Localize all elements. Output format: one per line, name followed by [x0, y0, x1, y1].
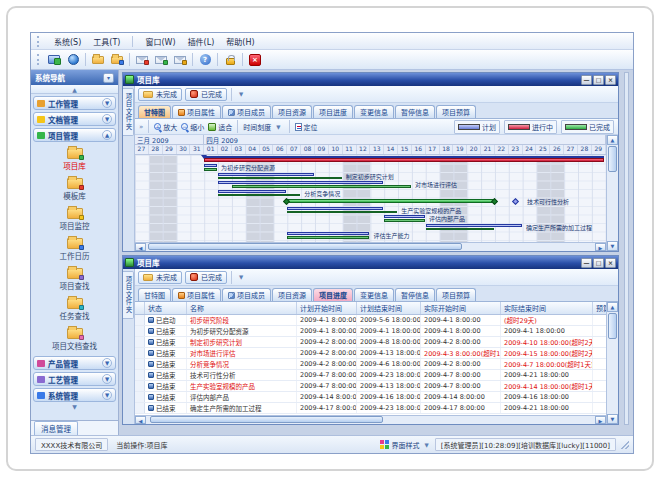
vscroll-thumb[interactable] [608, 146, 617, 172]
table-row[interactable]: 已启动初步研究阶段2009-4-1 8:00:002009-5-6 18:00:… [135, 315, 606, 326]
scroll-down-arrow[interactable]: ▼ [607, 241, 618, 251]
gantt-window-titlebar[interactable]: 项目库 —□× [123, 73, 618, 86]
table-row[interactable]: 已结束为初步研究分配资源2009-4-1 8:00:002009-4-1 18:… [135, 326, 606, 337]
sidebar-item-项目库[interactable]: 项目库 [33, 144, 116, 174]
menu-item-4[interactable]: 插件(L) [188, 36, 215, 47]
workspace-splitter[interactable] [624, 72, 629, 425]
toolbar-button-mail-report-3[interactable] [172, 52, 188, 67]
scroll-left-arrow[interactable]: ◀ [135, 416, 146, 424]
table-row[interactable]: 已结束技术可行性分析2009-4-7 8:00:002009-4-23 18:0… [135, 370, 606, 381]
table-row[interactable]: 已结束分析竞争情况2009-4-2 8:00:002009-4-6 18:00:… [135, 359, 606, 370]
toolbar-button-folder-open[interactable] [90, 52, 106, 67]
filter-button-已完成[interactable]: 已完成 [185, 88, 227, 101]
tab-project-folder[interactable]: 项目文件夹 [123, 271, 134, 319]
zoom-out-button[interactable]: −缩小 [181, 122, 204, 132]
sidebar-group-项目管理[interactable]: 项目管理▲ [33, 128, 116, 142]
tab-暂停信息[interactable]: 暂停信息 [395, 105, 435, 118]
sidebar-item-任务查找[interactable]: 任务查找 [33, 294, 116, 324]
tab-项目预算[interactable]: 项目预算 [436, 288, 476, 301]
minimize-button[interactable]: — [581, 75, 592, 85]
toolbar-button-exit[interactable]: × [247, 52, 263, 67]
sidebar-group-系统管理[interactable]: 系统管理▼ [33, 388, 116, 402]
toolbar-drag-handle[interactable] [37, 54, 40, 65]
tab-项目进度[interactable]: 项目进度 [313, 288, 353, 301]
chevron-up-icon[interactable]: ▲ [102, 130, 112, 140]
zoom-in-button[interactable]: +放大 [154, 122, 177, 132]
column-header-计划结束时间[interactable]: 计划结束时间 [357, 302, 421, 314]
scroll-up-arrow[interactable]: ▲ [607, 302, 618, 312]
menu-drag-handle[interactable] [37, 36, 40, 47]
tab-暂停信息[interactable]: 暂停信息 [395, 288, 435, 301]
scroll-left-arrow[interactable]: ◀ [135, 243, 146, 251]
filter-button-未完成[interactable]: 未完成 [138, 88, 182, 101]
filter-button-未完成[interactable]: 未完成 [138, 271, 182, 284]
tab-项目成员[interactable]: 项目成员 [222, 288, 271, 301]
sidebar-scroll-down-button[interactable]: ▼ [33, 404, 116, 411]
filter-button-已完成[interactable]: 已完成 [185, 271, 227, 284]
close-button[interactable]: × [605, 75, 616, 85]
tab-项目属性[interactable]: 项目属性 [172, 288, 221, 301]
minimize-button[interactable]: — [581, 258, 592, 268]
sidebar-collapse-button[interactable]: ▾ [103, 73, 114, 83]
column-header-状态[interactable]: 状态 [145, 302, 187, 314]
chevron-down-icon[interactable]: ▼ [102, 114, 112, 124]
maximize-button[interactable]: □ [593, 75, 604, 85]
scroll-down-arrow[interactable]: ▼ [607, 414, 618, 424]
tab-项目资源[interactable]: 项目资源 [272, 288, 312, 301]
scroll-right-arrow[interactable]: ▶ [595, 243, 606, 251]
toolbar-button-help[interactable]: ? [197, 52, 213, 67]
sidebar-group-工艺管理[interactable]: 工艺管理▼ [33, 372, 116, 386]
sidebar-item-项目监控[interactable]: 项目监控 [33, 204, 116, 234]
column-header-计划开始时间[interactable]: 计划开始时间 [297, 302, 357, 314]
menu-item-3[interactable]: 窗口(W) [145, 36, 175, 47]
scroll-up-arrow[interactable]: ▲ [607, 135, 618, 145]
resize-grip[interactable] [621, 441, 629, 449]
tab-项目进度[interactable]: 项目进度 [313, 105, 353, 118]
toolbar-button-globe[interactable] [65, 52, 81, 67]
tab-甘特图[interactable]: 甘特图 [138, 288, 171, 301]
toolbar-button-mail-report-2[interactable] [153, 52, 169, 67]
menu-item-1[interactable]: 系统(S) [54, 36, 81, 47]
table-row[interactable]: 已结束制定初步研究计划2009-4-2 8:00:002009-4-8 18:0… [135, 337, 606, 348]
toolbar-button-folder-save[interactable] [109, 52, 125, 67]
column-header-名称[interactable]: 名称 [187, 302, 297, 314]
menu-item-5[interactable]: 帮助(H) [226, 36, 254, 47]
sidebar-group-产品管理[interactable]: 产品管理▼ [33, 356, 116, 370]
tab-甘特图[interactable]: 甘特图 [138, 105, 171, 118]
table-row[interactable]: 已结束生产实验室规模的产品2009-4-7 8:00:002009-4-13 1… [135, 381, 606, 392]
tab-project-folder[interactable]: 项目文件夹 [123, 88, 134, 136]
time-scale-dropdown[interactable]: 时间刻度▼ [243, 122, 283, 132]
sidebar-item-模板库[interactable]: 模板库 [33, 174, 116, 204]
hscroll-thumb[interactable] [150, 416, 383, 423]
chevron-down-icon[interactable]: ▼ [102, 98, 112, 108]
tab-项目资源[interactable]: 项目资源 [272, 105, 312, 118]
tab-项目预算[interactable]: 项目预算 [436, 105, 476, 118]
column-header-实际结束时间[interactable]: 实际结束时间 [501, 302, 593, 314]
sidebar-item-项目查找[interactable]: 项目查找 [33, 264, 116, 294]
sidebar-item-项目文档查找[interactable]: 项目文档查找 [33, 324, 116, 354]
tab-变更信息[interactable]: 变更信息 [354, 288, 394, 301]
overflow-chevron[interactable]: » [139, 123, 143, 131]
chevron-down-icon[interactable]: ▼ [236, 274, 246, 280]
table-row[interactable]: 已结束确定生产所需的加工过程2009-4-17 8:00:002009-4-23… [135, 403, 606, 414]
interface-style-dropdown[interactable]: 界面样式▼ [392, 440, 432, 450]
column-header-预算[interactable]: 预算 [593, 302, 606, 314]
tab-变更信息[interactable]: 变更信息 [354, 105, 394, 118]
chevron-down-icon[interactable]: ▼ [102, 390, 112, 400]
locate-button[interactable]: 定位 [295, 122, 318, 132]
toolbar-button-computer[interactable] [46, 52, 62, 67]
hscroll-thumb[interactable] [148, 243, 462, 250]
sidebar-group-文档管理[interactable]: 文档管理▼ [33, 112, 116, 126]
fit-button[interactable]: 适合 [208, 122, 232, 132]
tab-项目成员[interactable]: 项目成员 [222, 105, 271, 118]
chevron-down-icon[interactable]: ▼ [102, 374, 112, 384]
sidebar-scroll-up-button[interactable]: ▲ [31, 85, 118, 94]
maximize-button[interactable]: □ [593, 258, 604, 268]
tab-项目属性[interactable]: 项目属性 [172, 105, 221, 118]
tab-message-management[interactable]: 消息管理 [31, 420, 118, 435]
hscroll-track[interactable] [146, 416, 595, 424]
column-header-实际开始时间[interactable]: 实际开始时间 [421, 302, 501, 314]
sidebar-item-工作日历[interactable]: 工作日历 [33, 234, 116, 264]
table-row[interactable]: 已结束对市场进行评估2009-4-2 8:00:002009-4-13 18:0… [135, 348, 606, 359]
sidebar-group-工作管理[interactable]: 工作管理▼ [33, 96, 116, 110]
